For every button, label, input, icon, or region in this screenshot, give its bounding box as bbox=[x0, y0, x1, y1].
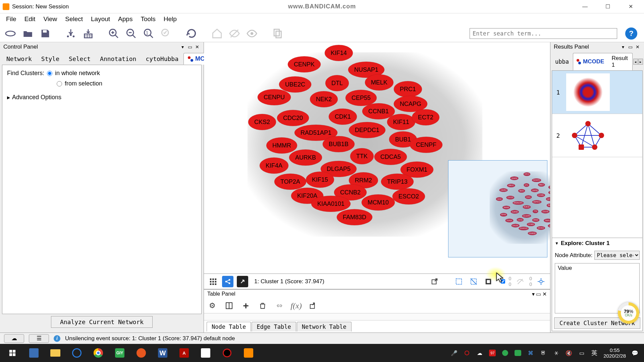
share-icon[interactable] bbox=[222, 276, 233, 287]
cluster-row-2[interactable]: 2 bbox=[552, 114, 642, 157]
open-icon[interactable] bbox=[21, 26, 35, 41]
zoom-in-icon[interactable] bbox=[107, 26, 121, 41]
panel-close-icon[interactable]: ✕ bbox=[194, 44, 200, 50]
network-node[interactable]: PRC1 bbox=[394, 81, 422, 97]
memory-gauge[interactable]: 79%OK/s bbox=[618, 302, 639, 324]
network-node[interactable]: DEPDC1 bbox=[532, 200, 542, 204]
tray-wechat-icon[interactable] bbox=[514, 349, 522, 357]
zoom-out-icon[interactable] bbox=[124, 26, 138, 41]
menu-tools[interactable]: Tools bbox=[137, 14, 159, 24]
taskbar-cytoscape[interactable] bbox=[238, 345, 259, 361]
taskbar-acrobat[interactable]: A bbox=[174, 345, 195, 361]
menu-help[interactable]: Help bbox=[160, 14, 180, 24]
select-mode-3-icon[interactable] bbox=[483, 276, 494, 287]
cluster-row-1[interactable]: 1 bbox=[552, 71, 642, 114]
network-node[interactable]: MCM10 bbox=[537, 226, 545, 230]
taskbar-file-explorer[interactable] bbox=[45, 345, 66, 361]
network-node[interactable]: DTL bbox=[524, 183, 529, 187]
network-node[interactable]: CDK1 bbox=[525, 195, 532, 199]
network-node[interactable]: TRIP13 bbox=[381, 174, 414, 190]
taskbar-clock[interactable]: 0:55 2020/2/28 bbox=[603, 347, 626, 359]
tab-scroll-left-icon[interactable]: ◂ bbox=[633, 59, 638, 65]
advanced-options-toggle[interactable]: Advanced Options bbox=[7, 94, 197, 101]
explore-cluster-header[interactable]: Explore: Cluster 1 bbox=[555, 240, 640, 247]
table-settings-icon[interactable]: ⚙ bbox=[207, 301, 217, 311]
network-node[interactable]: DEPDC1 bbox=[349, 122, 385, 138]
network-node[interactable]: TOP2A bbox=[274, 174, 306, 190]
show-icon[interactable] bbox=[245, 26, 259, 41]
import-table-icon[interactable] bbox=[81, 26, 95, 41]
tray-notifications-icon[interactable]: 💬 bbox=[631, 349, 639, 357]
network-node[interactable]: CENPK bbox=[510, 177, 519, 180]
panel-float-icon[interactable]: ▭ bbox=[187, 44, 193, 50]
network-node[interactable]: AURKB bbox=[289, 149, 322, 166]
network-node[interactable]: KIF20A bbox=[512, 224, 520, 228]
network-node[interactable]: DLGAP5 bbox=[522, 214, 531, 218]
tray-bluetooth-icon[interactable]: ⌘ bbox=[527, 349, 534, 357]
network-node[interactable]: ECT2 bbox=[412, 109, 439, 125]
radio-whole-network[interactable] bbox=[47, 71, 52, 76]
taskbar-word[interactable]: W bbox=[152, 345, 173, 361]
network-node[interactable]: CDCA5 bbox=[374, 149, 407, 165]
network-minimap[interactable]: KIF14CENPKNUSAP1UBE2CDTLMELKPRC1CENPUNEK… bbox=[448, 160, 547, 257]
tray-ime-icon[interactable]: 英 bbox=[591, 349, 598, 357]
zoom-fit-icon[interactable]: 1 bbox=[142, 26, 156, 41]
hide-icon[interactable] bbox=[227, 26, 241, 41]
network-node[interactable]: CENPU bbox=[499, 188, 508, 192]
network-node[interactable]: BUB1B bbox=[323, 136, 355, 152]
tab-network-table[interactable]: Network Table bbox=[297, 322, 352, 331]
network-node[interactable]: UBE2C bbox=[507, 184, 515, 187]
grid-view-icon[interactable] bbox=[207, 276, 219, 287]
tab-scroll-right-icon[interactable]: ▸ bbox=[638, 59, 643, 65]
tray-battery-icon[interactable]: ▭ bbox=[578, 349, 585, 357]
radio-from-selection[interactable] bbox=[57, 81, 62, 86]
menu-layout[interactable]: Layout bbox=[88, 14, 113, 24]
maximize-button[interactable]: ☐ bbox=[601, 2, 614, 12]
tray-volume-icon[interactable]: 🔇 bbox=[565, 349, 573, 357]
network-node[interactable]: ESCO2 bbox=[392, 188, 425, 204]
tray-microphone-icon[interactable]: 🎤 bbox=[450, 349, 458, 357]
network-node[interactable]: KIF4A bbox=[500, 213, 507, 217]
network-node[interactable]: HMMR bbox=[266, 137, 297, 154]
table-delete-icon[interactable] bbox=[258, 301, 268, 311]
taskbar-photos[interactable] bbox=[195, 345, 216, 361]
tab-cytohubba[interactable]: cytoHubba bbox=[141, 53, 183, 65]
menu-select[interactable]: Select bbox=[62, 14, 86, 24]
tab-node-table[interactable]: Node Table bbox=[207, 322, 251, 331]
tab-edge-table[interactable]: Edge Table bbox=[252, 322, 296, 331]
table-panel-dropdown-icon[interactable]: ▾ bbox=[532, 291, 535, 297]
network-node[interactable]: CKS2 bbox=[496, 197, 503, 201]
results-panel-close-icon[interactable]: ✕ bbox=[635, 44, 641, 50]
zoom-selected-icon[interactable] bbox=[159, 26, 173, 41]
network-node[interactable]: DTL bbox=[325, 75, 349, 91]
tab-style[interactable]: Style bbox=[37, 53, 64, 65]
table-panel-float-icon[interactable]: ▭ bbox=[536, 291, 541, 297]
network-node[interactable]: KIAA0101 bbox=[519, 227, 529, 230]
new-session-icon[interactable] bbox=[3, 26, 17, 41]
start-button[interactable] bbox=[2, 345, 23, 361]
network-node[interactable]: KIF4A bbox=[260, 158, 288, 174]
menu-edit[interactable]: Edit bbox=[21, 14, 39, 24]
network-node[interactable]: KIAA0101 bbox=[311, 196, 351, 212]
search-input[interactable] bbox=[470, 28, 617, 39]
network-node[interactable]: CENPU bbox=[258, 89, 291, 105]
network-node[interactable]: MELK bbox=[538, 183, 545, 187]
annotation-toggle-checkbox[interactable] bbox=[501, 279, 505, 284]
network-node[interactable]: FAM83D bbox=[528, 232, 537, 235]
import-network-icon[interactable] bbox=[64, 26, 78, 41]
export-icon[interactable] bbox=[429, 276, 440, 287]
fit-content-icon[interactable] bbox=[535, 276, 547, 287]
network-node[interactable]: TRIP13 bbox=[544, 219, 550, 223]
network-view[interactable]: KIF14CENPKNUSAP1UBE2CDTLMELKPRC1CENPUNEK… bbox=[204, 42, 550, 274]
network-node[interactable]: CDK1 bbox=[329, 109, 357, 125]
network-node[interactable]: AURKB bbox=[511, 210, 519, 214]
reload-icon[interactable] bbox=[184, 26, 199, 41]
tab-mcode-results[interactable]: MCODE Result 1 bbox=[573, 53, 633, 70]
network-node[interactable]: RRM2 bbox=[532, 218, 539, 222]
network-node[interactable]: CCNB1 bbox=[537, 193, 545, 197]
menu-view[interactable]: View bbox=[40, 14, 60, 24]
taskbar-app-orange[interactable] bbox=[131, 345, 152, 361]
network-node[interactable]: KIF15 bbox=[517, 218, 524, 222]
network-node[interactable]: BUB1B bbox=[523, 205, 531, 209]
network-node[interactable]: CKS2 bbox=[248, 114, 276, 130]
